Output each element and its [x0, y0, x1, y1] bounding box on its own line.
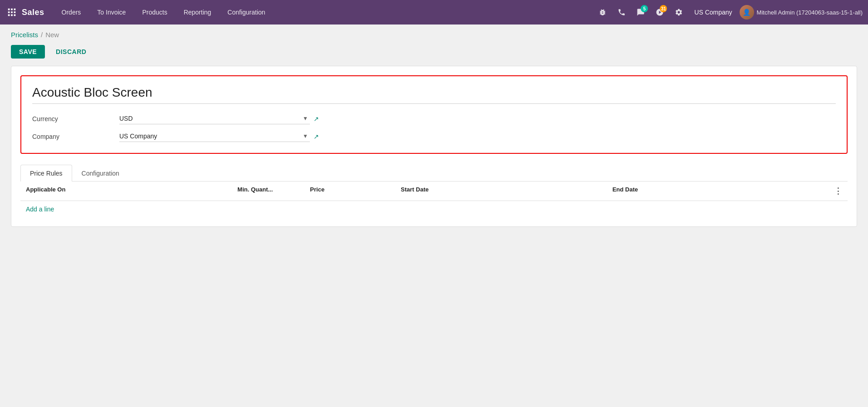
avatar-image: 👤: [740, 5, 754, 20]
company-label: Company: [32, 133, 114, 140]
action-bar: SAVE DISCARD: [0, 41, 868, 66]
form-fields: Currency USD ▼ ↗ Company US C: [32, 113, 836, 142]
nav-configuration[interactable]: Configuration: [219, 0, 273, 25]
top-navigation: Sales Orders To Invoice Products Reporti…: [0, 0, 868, 25]
currency-select[interactable]: USD: [119, 113, 310, 124]
company-select[interactable]: US Company: [119, 131, 310, 142]
save-button[interactable]: SAVE: [11, 45, 45, 59]
company-field-row: Company US Company ▼ ↗: [32, 131, 836, 142]
breadcrumb-separator: /: [41, 31, 43, 39]
col-start-date: Start Date: [401, 186, 612, 196]
nav-reporting[interactable]: Reporting: [176, 0, 220, 25]
form-header: Currency USD ▼ ↗ Company US C: [20, 75, 848, 154]
company-select-wrap: US Company ▼: [119, 131, 310, 142]
table-header: Applicable On Min. Quant... Price Start …: [20, 181, 848, 201]
phone-icon-btn[interactable]: [613, 4, 630, 20]
currency-value: USD ▼ ↗: [119, 113, 836, 124]
col-min-quantity: Min. Quant...: [237, 186, 310, 196]
activity-badge: 31: [660, 5, 667, 12]
chat-icon-btn[interactable]: 5: [633, 4, 649, 20]
main-card: Currency USD ▼ ↗ Company US C: [11, 66, 857, 227]
col-price: Price: [310, 186, 401, 196]
activity-icon-btn[interactable]: 31: [652, 4, 668, 20]
grid-menu-icon[interactable]: [5, 6, 18, 19]
user-avatar[interactable]: 👤: [740, 5, 754, 20]
currency-label: Currency: [32, 115, 114, 123]
app-brand: Sales: [22, 8, 44, 17]
bug-icon-btn[interactable]: [594, 4, 611, 20]
pricelist-name-input[interactable]: [32, 85, 836, 104]
currency-external-link-icon[interactable]: ↗: [314, 115, 319, 123]
settings-icon-btn[interactable]: [671, 4, 687, 20]
table-options-icon[interactable]: ⋮: [824, 186, 842, 196]
breadcrumb: Pricelists / New: [0, 25, 868, 41]
tab-price-rules[interactable]: Price Rules: [20, 165, 72, 181]
tabs-bar: Price Rules Configuration: [20, 165, 848, 181]
company-value: US Company ▼ ↗: [119, 131, 836, 142]
nav-products[interactable]: Products: [134, 0, 175, 25]
chat-badge: 5: [641, 5, 648, 12]
tab-configuration[interactable]: Configuration: [72, 165, 129, 181]
nav-menu: Orders To Invoice Products Reporting Con…: [54, 0, 595, 25]
breadcrumb-current: New: [45, 31, 59, 39]
col-end-date: End Date: [613, 186, 824, 196]
price-rules-table: Applicable On Min. Quant... Price Start …: [20, 181, 848, 217]
company-selector[interactable]: US Company: [690, 9, 736, 16]
nav-right-actions: 5 31 US Company 👤 Mitchell Admin (172040…: [594, 4, 863, 20]
username-display[interactable]: Mitchell Admin (17204063-saas-15-1-all): [757, 9, 863, 16]
breadcrumb-parent[interactable]: Pricelists: [11, 31, 38, 39]
currency-select-wrap: USD ▼: [119, 113, 310, 124]
nav-orders[interactable]: Orders: [54, 0, 89, 25]
add-line-btn[interactable]: Add a line: [20, 201, 59, 217]
nav-to-invoice[interactable]: To Invoice: [89, 0, 134, 25]
currency-field-row: Currency USD ▼ ↗: [32, 113, 836, 124]
col-applicable-on: Applicable On: [26, 186, 237, 196]
discard-button[interactable]: DISCARD: [49, 45, 93, 59]
company-external-link-icon[interactable]: ↗: [314, 133, 319, 140]
